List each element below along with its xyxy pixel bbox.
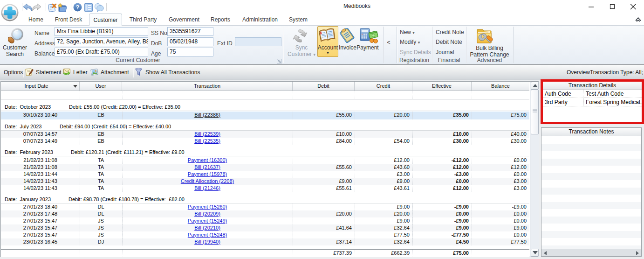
svg-text:?: ? [76, 4, 80, 11]
